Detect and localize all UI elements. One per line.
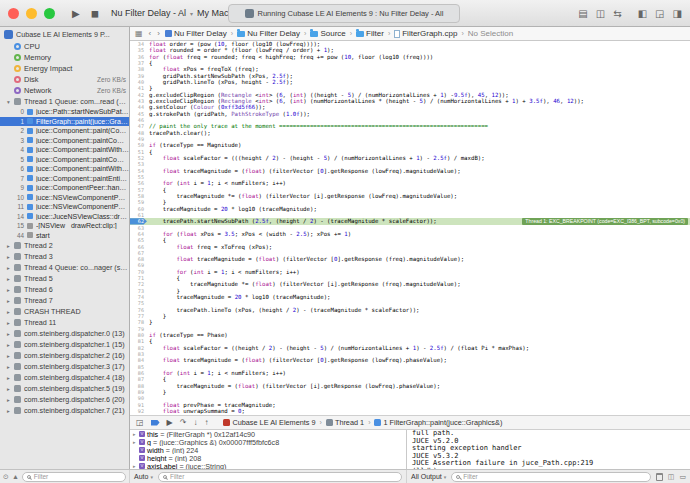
destination-name[interactable]: My Mac [197, 8, 229, 18]
thread-row[interactable]: ▸com.steinberg.dispatcher.5 (19) [0, 383, 129, 394]
sidebar-gauge-memory[interactable]: Memory [0, 52, 129, 63]
scheme-selector[interactable]: Nu Filter Delay - Al ▾ My Mac ▾ [111, 8, 236, 18]
clear-console-icon[interactable] [656, 473, 663, 481]
stack-frame[interactable]: 0juce::Path::startNewSubPath... [0, 107, 129, 117]
standard-editor-icon[interactable]: ▤ [578, 8, 587, 19]
disclosure-closed-icon[interactable]: ▸ [7, 353, 14, 359]
zoom-window-button[interactable] [44, 8, 55, 19]
disclosure-closed-icon[interactable]: ▸ [7, 364, 14, 370]
disclosure-closed-icon[interactable]: ▸ [7, 408, 14, 414]
disclosure-closed-icon[interactable]: ▸ [7, 320, 14, 326]
thread-row[interactable]: ▸com.steinberg.dispatcher.7 (21) [0, 405, 129, 416]
thread-row-expanded[interactable]: ▾Thread 1 Queue: com...read (serial) [0, 96, 129, 107]
disclosure-closed-icon[interactable]: ▸ [7, 243, 14, 249]
breakpoints-toggle-icon[interactable] [151, 420, 160, 426]
thread-row[interactable]: ▸CRASH THREAD [0, 306, 129, 317]
toggle-navigator-icon[interactable]: ◧ [638, 8, 647, 19]
thread-row[interactable]: ▸com.steinberg.dispatcher.4 (18) [0, 372, 129, 383]
close-window-button[interactable] [8, 8, 19, 19]
code-line[interactable]: 92 float unwrapSummand = 0; [130, 408, 690, 414]
disclosure-closed-icon[interactable]: ▸ [7, 331, 14, 337]
thread-row[interactable]: ▸com.steinberg.dispatcher.0 (13) [0, 328, 129, 339]
stack-frame[interactable]: 1FilterGraph::paint(juce::Graph... [0, 117, 129, 127]
thread-row[interactable]: ▸com.steinberg.dispatcher.2 (16) [0, 350, 129, 361]
stack-frame[interactable]: 11juce::NSViewComponentPee... [0, 202, 129, 212]
debug-location-item[interactable]: Thread 1 [326, 418, 364, 427]
disclosure-closed-icon[interactable]: ▸ [7, 254, 14, 260]
variables-filter-field[interactable]: Filter [158, 472, 402, 482]
sidebar-gauge-network[interactable]: NetworkZero KB/s [0, 85, 129, 96]
stack-frame[interactable]: 15-[NSView _drawRect:clip:] [0, 221, 129, 231]
thread-row[interactable]: ▸Thread 11 [0, 317, 129, 328]
breadcrumb-item[interactable]: Source [310, 29, 345, 38]
thread-row[interactable]: ▸com.steinberg.dispatcher.1 (15) [0, 339, 129, 350]
sidebar-gauge-disk[interactable]: DiskZero KB/s [0, 74, 129, 85]
variables-scope-dropdown[interactable]: Auto ▾ [134, 473, 153, 480]
scheme-name[interactable]: Nu Filter Delay - Al [111, 8, 186, 18]
stack-frame[interactable]: 7juce::Component::paintEntire... [0, 174, 129, 184]
stack-frame[interactable]: 3juce::Component::paintCompo... [0, 136, 129, 146]
step-over-icon[interactable]: ↷ [180, 418, 187, 427]
breadcrumb-item[interactable]: Nu Filter Delay [237, 29, 300, 38]
process-row[interactable]: Cubase LE AI Elements 9 P... [0, 27, 129, 41]
sidebar-gauge-energy-impact[interactable]: Energy Impact [0, 63, 129, 74]
disclosure-closed-icon[interactable]: ▸ [7, 386, 14, 392]
debug-console[interactable]: full path.JUCE v5.2.0starting exception … [407, 430, 690, 469]
step-out-icon[interactable]: ↑ [204, 418, 208, 427]
debug-location-item[interactable]: Cubase LE AI Elements 9 [223, 418, 315, 427]
show-console-pane-icon[interactable]: ▭ [679, 473, 686, 481]
output-scope-dropdown[interactable]: All Output ▾ [411, 473, 446, 480]
source-editor[interactable]: 34float order = (pow (10, floor (log10 (… [130, 41, 690, 415]
code-text[interactable]: float unwrapSummand = 0; [147, 408, 690, 414]
thread-row[interactable]: ▸com.steinberg.dispatcher.6 (20) [0, 394, 129, 405]
breadcrumb-item[interactable]: No Selection [468, 29, 513, 38]
line-number[interactable]: 92 [130, 408, 147, 414]
disclosure-closed-icon[interactable]: ▸ [7, 342, 14, 348]
debug-location-item[interactable]: 1 FilterGraph::paint(juce::Graphics&) [374, 418, 502, 427]
disclosure-closed-icon[interactable]: ▸ [7, 287, 14, 293]
breadcrumb-item[interactable]: Nu Filter Delay [165, 29, 227, 38]
sidebar-gauge-cpu[interactable]: CPU [0, 41, 129, 52]
toggle-inspector-icon[interactable]: ◨ [673, 8, 682, 19]
disclosure-closed-icon[interactable]: ▸ [7, 298, 14, 304]
variable-row[interactable]: ▸Vg= (juce::Graphics &) 0x00007fff5fbfc6… [130, 438, 406, 446]
filter-warning-icon[interactable]: ▲ [12, 473, 19, 480]
stop-icon[interactable]: ◼ [91, 8, 99, 19]
thread-row[interactable]: ▸Thread 7 [0, 295, 129, 306]
stack-frame[interactable]: 6juce::Component::paintWithin... [0, 164, 129, 174]
variable-row[interactable]: Vheight= (int) 208 [130, 454, 406, 462]
related-items-icon[interactable]: ▦ [135, 29, 143, 38]
variable-row[interactable]: ▸Vthis= (FilterGraph *) 0x12af14c90 [130, 430, 406, 438]
filter-recent-icon[interactable]: ⊙ [3, 473, 9, 481]
line-number[interactable]: 61 [130, 212, 147, 218]
forward-icon[interactable]: › [157, 29, 160, 38]
disclosure-closed-icon[interactable]: ▸ [7, 265, 14, 271]
stack-frame[interactable]: 4juce::Component::paintWithin... [0, 145, 129, 155]
thread-row[interactable]: ▸com.steinberg.dispatcher.3 (17) [0, 361, 129, 372]
navigator-filter-field[interactable]: Filter [22, 472, 126, 482]
thread-row[interactable]: ▸Thread 4 Queue: co...nager (serial) [0, 262, 129, 273]
version-editor-icon[interactable]: ⇆ [613, 8, 621, 19]
continue-icon[interactable]: ▶ [167, 418, 173, 427]
variables-view[interactable]: ▸Vthis= (FilterGraph *) 0x12af14c90▸Vg= … [130, 430, 407, 469]
run-icon[interactable]: ▶ [72, 8, 80, 19]
thread-row[interactable]: ▸Thread 2 [0, 240, 129, 251]
toggle-debug-area-icon[interactable]: ◲ [655, 8, 664, 19]
disclosure-closed-icon[interactable]: ▸ [7, 309, 14, 315]
thread-row[interactable]: ▸Thread 5 [0, 273, 129, 284]
stack-frame[interactable]: 9juce::ComponentPeer::handleP... [0, 183, 129, 193]
thread-row[interactable]: ▸Thread 6 [0, 284, 129, 295]
stack-frame[interactable]: 14juce::JuceNSViewClass::dra... [0, 212, 129, 222]
disclosure-closed-icon[interactable]: ▸ [7, 276, 14, 282]
disclosure-closed-icon[interactable]: ▸ [7, 397, 14, 403]
stack-frame[interactable]: 44start [0, 231, 129, 241]
variable-row[interactable]: Vwidth= (int) 224 [130, 446, 406, 454]
variable-row[interactable]: ▸VaxisLabel= (juce::String) [130, 462, 406, 469]
stack-frame[interactable]: 2juce::Component::paint(Comp... [0, 126, 129, 136]
thread-row[interactable]: ▸Thread 3 [0, 251, 129, 262]
minimize-window-button[interactable] [26, 8, 37, 19]
assistant-editor-icon[interactable]: ◫ [596, 8, 605, 19]
console-filter-field[interactable]: Filter [451, 472, 650, 482]
hide-debug-area-icon[interactable]: ◲ [136, 418, 144, 427]
back-icon[interactable]: ‹ [149, 29, 152, 38]
